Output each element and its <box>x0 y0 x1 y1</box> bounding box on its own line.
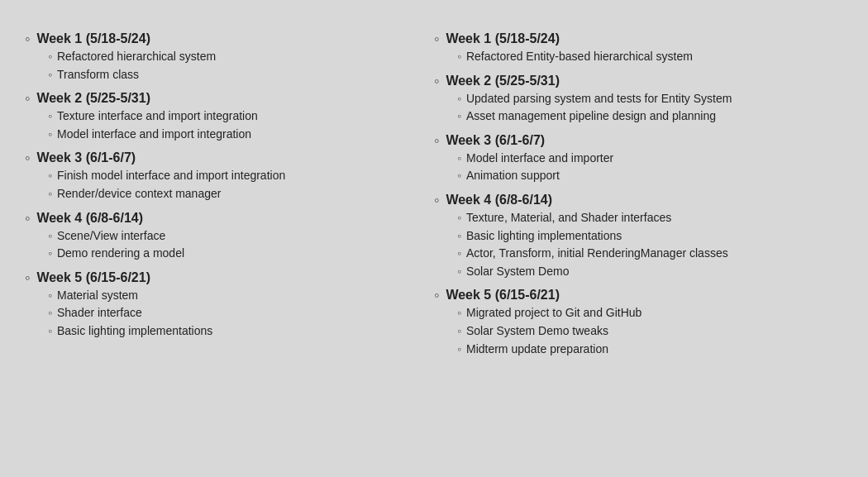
week-header: ◦Week 4 (6/8-6/14) <box>25 211 417 226</box>
week-label: Week 1 (5/18-5/24) <box>446 31 560 46</box>
list-item: ◦Refactored Entity-based hierarchical sy… <box>457 49 827 65</box>
sub-bullet-icon: ◦ <box>457 92 461 105</box>
sub-bullet-icon: ◦ <box>457 342 461 355</box>
sub-bullet-icon: ◦ <box>457 151 461 165</box>
sub-bullet-icon: ◦ <box>457 306 461 319</box>
week-header: ◦Week 4 (6/8-6/14) <box>434 193 827 207</box>
outer-bullet-icon: ◦ <box>434 31 439 46</box>
sub-bullet-icon: ◦ <box>48 289 52 302</box>
list-item-text: Scene/View interface <box>57 228 165 245</box>
sub-bullet-icon: ◦ <box>457 324 461 337</box>
week-header: ◦Week 3 (6/1-6/7) <box>25 150 417 165</box>
week-label: Week 4 (6/8-6/14) <box>446 193 552 207</box>
outer-bullet-icon: ◦ <box>434 74 439 88</box>
list-item-text: Texture, Material, and Shader interfaces <box>466 210 671 227</box>
week-item: ◦Week 3 (6/1-6/7)◦Finish model interface… <box>25 150 417 202</box>
list-item-text: Model interface and importer <box>466 150 613 167</box>
list-item-text: Refactored Entity-based hierarchical sys… <box>466 49 693 65</box>
week-header: ◦Week 1 (5/18-5/24) <box>434 31 827 46</box>
list-item: ◦Updated parsing system and tests for En… <box>457 91 827 107</box>
list-item-text: Refactored hierarchical system <box>57 49 216 65</box>
sub-bullet-icon: ◦ <box>48 127 52 141</box>
list-item-text: Texture interface and import integration <box>57 108 258 125</box>
outer-bullet-icon: ◦ <box>25 270 30 285</box>
list-item: ◦Animation support <box>457 168 827 184</box>
week-item: ◦Week 4 (6/8-6/14)◦Texture, Material, an… <box>434 193 827 279</box>
week-header: ◦Week 5 (6/15-6/21) <box>434 288 827 303</box>
list-item-text: Asset management pipeline design and pla… <box>466 108 716 125</box>
list-item-text: Basic lighting implementations <box>57 323 212 340</box>
week-header: ◦Week 5 (6/15-6/21) <box>25 270 417 285</box>
sub-items-list: ◦Texture interface and import integratio… <box>48 108 417 142</box>
sub-items-list: ◦Refactored Entity-based hierarchical sy… <box>457 49 827 65</box>
outer-bullet-icon: ◦ <box>434 133 439 148</box>
sub-bullet-icon: ◦ <box>48 229 52 242</box>
sub-bullet-icon: ◦ <box>48 246 52 260</box>
week-item: ◦Week 5 (6/15-6/21)◦Material system◦Shad… <box>25 270 417 340</box>
sub-bullet-icon: ◦ <box>48 306 52 319</box>
list-item: ◦Scene/View interface <box>48 228 417 245</box>
sub-items-list: ◦Finish model interface and import integ… <box>48 168 417 202</box>
list-item: ◦Actor, Transform, initial RenderingMana… <box>457 246 827 262</box>
list-item: ◦Render/device context manager <box>48 186 417 203</box>
sub-items-list: ◦Refactored hierarchical system◦Transfor… <box>48 49 417 83</box>
list-item: ◦Transform class <box>48 67 417 83</box>
week-label: Week 5 (6/15-6/21) <box>36 270 150 285</box>
week-item: ◦Week 4 (6/8-6/14)◦Scene/View interface◦… <box>25 211 417 262</box>
sub-items-list: ◦Material system◦Shader interface◦Basic … <box>48 288 417 340</box>
week-label: Week 3 (6/1-6/7) <box>446 133 545 148</box>
sub-items-list: ◦Scene/View interface◦Demo rendering a m… <box>48 228 417 262</box>
list-item-text: Solar System Demo <box>466 264 569 280</box>
list-item: ◦Demo rendering a model <box>48 246 417 262</box>
week-header: ◦Week 3 (6/1-6/7) <box>434 133 827 148</box>
columns-container: ◦Week 1 (5/18-5/24)◦Refactored hierarchi… <box>25 31 843 365</box>
left-column: ◦Week 1 (5/18-5/24)◦Refactored hierarchi… <box>25 31 434 365</box>
outer-bullet-icon: ◦ <box>25 31 30 46</box>
week-item: ◦Week 1 (5/18-5/24)◦Refactored Entity-ba… <box>434 31 827 65</box>
list-item: ◦Shader interface <box>48 305 417 322</box>
list-item: ◦Basic lighting implementations <box>457 228 827 245</box>
outer-bullet-icon: ◦ <box>25 150 30 165</box>
sub-items-list: ◦Updated parsing system and tests for En… <box>457 91 827 125</box>
sub-bullet-icon: ◦ <box>48 109 52 122</box>
week-label: Week 2 (5/25-5/31) <box>36 91 150 106</box>
list-item-text: Render/device context manager <box>57 186 221 203</box>
list-item: ◦Model interface and import integration <box>48 126 417 143</box>
week-item: ◦Week 2 (5/25-5/31)◦Texture interface an… <box>25 91 417 142</box>
list-item-text: Finish model interface and import integr… <box>57 168 285 184</box>
list-item-text: Animation support <box>466 168 560 184</box>
outer-bullet-icon: ◦ <box>434 288 439 303</box>
outer-bullet-icon: ◦ <box>25 211 30 226</box>
outer-bullet-icon: ◦ <box>434 193 439 207</box>
sub-items-list: ◦Model interface and importer◦Animation … <box>457 150 827 184</box>
week-label: Week 2 (5/25-5/31) <box>446 74 560 88</box>
sub-bullet-icon: ◦ <box>48 187 52 200</box>
list-item-text: Updated parsing system and tests for Ent… <box>466 91 732 107</box>
sub-bullet-icon: ◦ <box>48 169 52 182</box>
list-item: ◦Midterm update preparation <box>457 341 827 358</box>
sub-items-list: ◦Texture, Material, and Shader interface… <box>457 210 827 279</box>
list-item: ◦Refactored hierarchical system <box>48 49 417 65</box>
list-item: ◦Migrated project to Git and GitHub <box>457 305 827 322</box>
sub-bullet-icon: ◦ <box>48 68 52 81</box>
list-item: ◦Texture interface and import integratio… <box>48 108 417 125</box>
list-item-text: Material system <box>57 288 138 304</box>
week-header: ◦Week 1 (5/18-5/24) <box>25 31 417 46</box>
list-item: ◦Model interface and importer <box>457 150 827 167</box>
week-item: ◦Week 5 (6/15-6/21)◦Migrated project to … <box>434 288 827 357</box>
list-item-text: Transform class <box>57 67 139 83</box>
week-label: Week 4 (6/8-6/14) <box>36 211 143 226</box>
week-label: Week 5 (6/15-6/21) <box>446 288 560 303</box>
list-item: ◦Material system <box>48 288 417 304</box>
list-item: ◦Asset management pipeline design and pl… <box>457 108 827 125</box>
sub-bullet-icon: ◦ <box>457 229 461 242</box>
sub-bullet-icon: ◦ <box>457 50 461 63</box>
list-item: ◦Solar System Demo tweaks <box>457 323 827 340</box>
week-header: ◦Week 2 (5/25-5/31) <box>25 91 417 106</box>
right-column: ◦Week 1 (5/18-5/24)◦Refactored Entity-ba… <box>434 31 843 365</box>
sub-bullet-icon: ◦ <box>457 169 461 182</box>
sub-bullet-icon: ◦ <box>457 109 461 122</box>
list-item-text: Demo rendering a model <box>57 246 184 262</box>
list-item-text: Shader interface <box>57 305 142 322</box>
week-header: ◦Week 2 (5/25-5/31) <box>434 74 827 88</box>
